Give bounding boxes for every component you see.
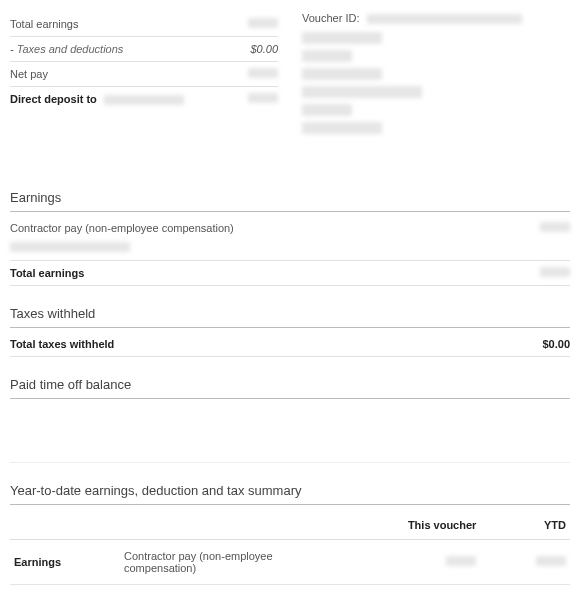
- ytd-header-empty1: [10, 511, 120, 540]
- ytd-title: Year-to-date earnings, deduction and tax…: [10, 483, 570, 505]
- row-taxes-deductions: - Taxes and deductions $0.00: [10, 37, 278, 62]
- taxes-total-row: Total taxes withheld $0.00: [10, 332, 570, 357]
- voucher-id-value-redacted: [367, 14, 522, 24]
- ytd-earnings-desc: Contractor pay (non-employee compensatio…: [120, 540, 300, 585]
- earnings-total-label: Total earnings: [10, 267, 84, 279]
- taxes-total-value: $0.00: [542, 338, 570, 350]
- earnings-contractor-row: Contractor pay (non-employee compensatio…: [10, 216, 570, 240]
- summary-right-column: Voucher ID:: [298, 12, 570, 140]
- row-direct-deposit: Direct deposit to: [10, 87, 278, 111]
- voucher-id-line: Voucher ID:: [302, 12, 570, 24]
- earnings-contractor-value: [540, 222, 570, 234]
- ytd-header-ytd: YTD: [480, 511, 570, 540]
- pto-title: Paid time off balance: [10, 377, 570, 399]
- direct-deposit-account-redacted: [104, 95, 184, 105]
- total-earnings-label: Total earnings: [10, 18, 79, 30]
- earnings-title: Earnings: [10, 190, 570, 212]
- direct-deposit-label: Direct deposit to: [10, 93, 97, 105]
- direct-deposit-value: [248, 93, 278, 105]
- taxes-section: Taxes withheld Total taxes withheld $0.0…: [10, 306, 570, 357]
- address-block-redacted: [302, 32, 570, 134]
- ytd-section: Year-to-date earnings, deduction and tax…: [10, 483, 570, 585]
- direct-deposit-label-wrap: Direct deposit to: [10, 93, 184, 105]
- ytd-table: This voucher YTD Earnings Contractor pay…: [10, 511, 570, 585]
- net-pay-label: Net pay: [10, 68, 48, 80]
- taxes-title: Taxes withheld: [10, 306, 570, 328]
- taxes-deductions-label: - Taxes and deductions: [10, 43, 123, 55]
- taxes-total-label: Total taxes withheld: [10, 338, 114, 350]
- ytd-header-row: This voucher YTD: [10, 511, 570, 540]
- earnings-total-value: [540, 267, 570, 279]
- ytd-header-this-voucher: This voucher: [300, 511, 480, 540]
- top-summary-area: Total earnings - Taxes and deductions $0…: [10, 12, 570, 140]
- row-total-earnings: Total earnings: [10, 12, 278, 37]
- ytd-earnings-ytd-value: [480, 540, 570, 585]
- voucher-id-label: Voucher ID:: [302, 12, 359, 24]
- earnings-contractor-label: Contractor pay (non-employee compensatio…: [10, 222, 234, 234]
- earnings-total-row: Total earnings: [10, 261, 570, 286]
- earnings-contractor-detail-redacted: [10, 242, 130, 252]
- pto-empty-area: [10, 403, 570, 463]
- taxes-deductions-value: $0.00: [250, 43, 278, 55]
- earnings-section: Earnings Contractor pay (non-employee co…: [10, 190, 570, 286]
- ytd-header-empty2: [120, 511, 300, 540]
- total-earnings-value: [248, 18, 278, 30]
- ytd-earnings-row: Earnings Contractor pay (non-employee co…: [10, 540, 570, 585]
- pto-section: Paid time off balance: [10, 377, 570, 463]
- ytd-earnings-this-value: [300, 540, 480, 585]
- earnings-contractor-subline: [10, 240, 570, 261]
- summary-left-column: Total earnings - Taxes and deductions $0…: [10, 12, 278, 140]
- row-net-pay: Net pay: [10, 62, 278, 87]
- net-pay-value: [248, 68, 278, 80]
- ytd-earnings-rowhead: Earnings: [10, 540, 120, 585]
